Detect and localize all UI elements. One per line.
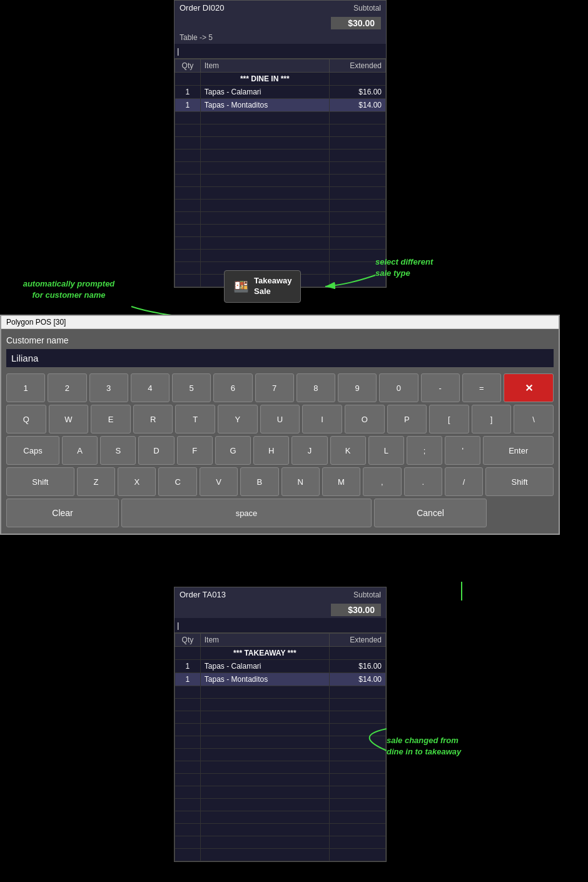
order-title: Order DI020: [180, 3, 225, 13]
table-row: [175, 724, 386, 736]
table-row: [175, 749, 386, 761]
table-row: [175, 824, 386, 836]
dialog-body: Customer name 1 2 3 4 5 6 7 8 9 0 - = ✕ …: [1, 329, 559, 534]
key-enter[interactable]: Enter: [483, 436, 553, 465]
annotation-right-top: select differentsale type: [375, 256, 475, 279]
table-row[interactable]: 1 Tapas - Montaditos $14.00: [175, 673, 386, 686]
bottom-order-items-table: Qty Item Extended *** TAKEAWAY *** 1 Tap…: [175, 633, 386, 861]
key-q[interactable]: Q: [6, 405, 46, 433]
table-row: [175, 699, 386, 711]
table-row: [175, 212, 386, 225]
key-i[interactable]: I: [302, 405, 342, 433]
key-z[interactable]: Z: [77, 467, 115, 496]
key-g[interactable]: G: [215, 436, 251, 465]
key-u[interactable]: U: [260, 405, 300, 433]
key-o[interactable]: O: [345, 405, 385, 433]
ext-header: Extended: [329, 59, 385, 73]
table-row[interactable]: 1 Tapas - Calamari $16.00: [175, 86, 386, 99]
bottom-search-input[interactable]: [177, 619, 383, 631]
takeaway-sale-button[interactable]: 🍱 Takeaway Sale: [224, 270, 301, 303]
table-row: [175, 811, 386, 824]
key-4[interactable]: 4: [131, 373, 170, 402]
table-row: [175, 761, 386, 774]
table-header-row: Qty Item Extended: [175, 59, 386, 73]
key-e[interactable]: E: [91, 405, 131, 433]
customer-name-input[interactable]: [6, 349, 554, 367]
order-header: Order DI020 Subtotal: [175, 1, 386, 15]
key-equals[interactable]: =: [462, 373, 501, 402]
table-row: [175, 736, 386, 749]
key-minus[interactable]: -: [421, 373, 460, 402]
key-space[interactable]: space: [121, 499, 372, 527]
key-7[interactable]: 7: [255, 373, 294, 402]
table-row[interactable]: 1 Tapas - Montaditos $14.00: [175, 99, 386, 112]
key-c[interactable]: C: [158, 467, 196, 496]
item-header: Item: [200, 59, 329, 73]
key-9[interactable]: 9: [338, 373, 377, 402]
key-n[interactable]: N: [281, 467, 320, 496]
table-row: [175, 786, 386, 799]
key-k[interactable]: K: [330, 436, 366, 465]
table-row: [175, 774, 386, 786]
key-3[interactable]: 3: [89, 373, 128, 402]
key-d[interactable]: D: [138, 436, 174, 465]
key-h[interactable]: H: [253, 436, 289, 465]
key-1[interactable]: 1: [6, 373, 45, 402]
bottom-subtotal-row: $30.00: [175, 602, 386, 618]
key-backslash[interactable]: \: [514, 405, 554, 433]
subtotal-label: Subtotal: [353, 4, 381, 13]
key-x[interactable]: X: [118, 467, 156, 496]
key-v[interactable]: V: [200, 467, 238, 496]
key-a[interactable]: A: [62, 436, 98, 465]
key-b[interactable]: B: [240, 467, 278, 496]
key-j[interactable]: J: [291, 436, 327, 465]
key-rbracket[interactable]: ]: [472, 405, 512, 433]
qty-header: Qty: [175, 59, 201, 73]
key-p[interactable]: P: [387, 405, 427, 433]
key-caps[interactable]: Caps: [6, 436, 59, 465]
bottom-subtotal-value: $30.00: [331, 604, 381, 616]
bottom-order-title: Order TA013: [180, 590, 226, 599]
table-row: [175, 799, 386, 811]
key-shift-left[interactable]: Shift: [6, 467, 74, 496]
key-w[interactable]: W: [49, 405, 89, 433]
key-y[interactable]: Y: [218, 405, 258, 433]
keyboard-row-qwerty: Q W E R T Y U I O P [ ] \: [6, 405, 554, 433]
key-period[interactable]: .: [404, 467, 442, 496]
table-row: [175, 250, 386, 262]
bottom-search-row[interactable]: [175, 618, 386, 633]
key-2[interactable]: 2: [48, 373, 86, 402]
bottom-qty-header: Qty: [175, 634, 201, 647]
key-5[interactable]: 5: [172, 373, 211, 402]
table-row: [175, 175, 386, 187]
key-shift-right[interactable]: Shift: [485, 467, 554, 496]
key-l[interactable]: L: [368, 436, 404, 465]
key-lbracket[interactable]: [: [429, 405, 469, 433]
key-r[interactable]: R: [133, 405, 173, 433]
search-input[interactable]: [177, 45, 383, 57]
key-t[interactable]: T: [175, 405, 215, 433]
key-m[interactable]: M: [322, 467, 360, 496]
key-6[interactable]: 6: [213, 373, 252, 402]
key-cancel[interactable]: Cancel: [374, 499, 487, 527]
search-row[interactable]: [175, 44, 386, 59]
key-s[interactable]: S: [100, 436, 136, 465]
key-comma[interactable]: ,: [363, 467, 401, 496]
dialog-titlebar: Polygon POS [30]: [1, 316, 559, 329]
key-backspace[interactable]: ✕: [504, 373, 554, 402]
key-f[interactable]: F: [177, 436, 213, 465]
keyboard-row-asdf: Caps A S D F G H J K L ; ' Enter: [6, 436, 554, 465]
key-clear[interactable]: Clear: [6, 499, 119, 527]
key-slash[interactable]: /: [445, 467, 483, 496]
takeaway-header-row: *** TAKEAWAY ***: [175, 647, 386, 660]
bottom-order-panel: Order TA013 Subtotal $30.00 Qty Item Ext…: [174, 587, 387, 862]
key-semicolon[interactable]: ;: [407, 436, 442, 465]
table-row[interactable]: 1 Tapas - Calamari $16.00: [175, 660, 386, 673]
key-quote[interactable]: ': [445, 436, 480, 465]
key-8[interactable]: 8: [297, 373, 335, 402]
table-row: [175, 162, 386, 175]
bottom-table-header-row: Qty Item Extended: [175, 634, 386, 647]
takeaway-icon: 🍱: [233, 279, 249, 294]
key-0[interactable]: 0: [379, 373, 418, 402]
table-row: [175, 225, 386, 237]
